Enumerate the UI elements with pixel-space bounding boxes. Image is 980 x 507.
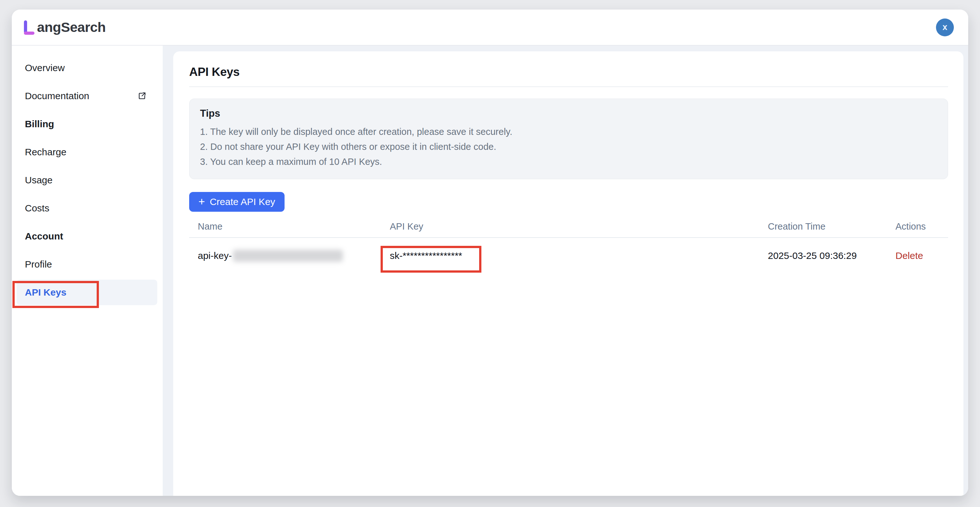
creation-time-cell: 2025-03-25 09:36:29: [759, 250, 887, 261]
page-title: API Keys: [189, 65, 948, 79]
sidebar-item-profile[interactable]: Profile: [12, 250, 163, 278]
avatar-letter: x: [942, 22, 947, 32]
table-row: api-key- sk-**************** 2025-03-25 …: [189, 238, 948, 273]
col-header-creation-time: Creation Time: [759, 221, 887, 232]
sidebar-item-documentation[interactable]: Documentation: [12, 82, 163, 110]
actions-cell: Delete: [887, 250, 948, 261]
app-window: angSearch x Overview Documentation: [12, 10, 968, 496]
create-api-key-button[interactable]: + Create API Key: [189, 192, 285, 212]
col-header-name: Name: [189, 221, 381, 232]
logo-l-icon: [24, 20, 35, 35]
user-avatar[interactable]: x: [936, 19, 954, 37]
tips-box: Tips 1. The key will only be displayed o…: [189, 99, 948, 179]
sidebar-item-costs[interactable]: Costs: [12, 194, 163, 222]
sidebar-section-billing: Billing: [12, 110, 163, 138]
sidebar-item-recharge[interactable]: Recharge: [12, 138, 163, 166]
top-header: angSearch x: [12, 10, 968, 46]
app-body: Overview Documentation Billing Recharge: [12, 46, 968, 496]
sidebar-section-account: Account: [12, 222, 163, 250]
masked-api-key: sk-****************: [390, 250, 462, 261]
api-key-value-cell: sk-****************: [381, 250, 759, 261]
tip-item: 2. Do not share your API Key with others…: [200, 139, 937, 154]
plus-icon: +: [199, 196, 205, 207]
sidebar: Overview Documentation Billing Recharge: [12, 46, 163, 496]
redacted-name-blur: [233, 250, 343, 262]
tips-title: Tips: [200, 108, 937, 119]
sidebar-item-usage[interactable]: Usage: [12, 166, 163, 194]
key-name-cell: api-key-: [189, 250, 381, 262]
external-link-icon: [138, 92, 146, 100]
tips-list: 1. The key will only be displayed once a…: [200, 124, 937, 169]
langsearch-logo: angSearch: [24, 20, 106, 35]
delete-button[interactable]: Delete: [896, 250, 923, 261]
logo-text: angSearch: [37, 20, 106, 35]
api-keys-table: Name API Key Creation Time Actions api-k…: [189, 216, 948, 273]
title-divider: [189, 86, 948, 87]
tip-item: 1. The key will only be displayed once a…: [200, 124, 937, 139]
col-header-api-key: API Key: [381, 221, 759, 232]
sidebar-item-api-keys[interactable]: API Keys: [17, 280, 157, 305]
api-keys-panel: API Keys Tips 1. The key will only be di…: [173, 51, 963, 496]
table-header-row: Name API Key Creation Time Actions: [189, 216, 948, 237]
tip-item: 3. You can keep a maximum of 10 API Keys…: [200, 154, 937, 169]
col-header-actions: Actions: [887, 221, 948, 232]
main-content-wrapper: API Keys Tips 1. The key will only be di…: [163, 46, 968, 496]
create-api-key-label: Create API Key: [210, 196, 275, 207]
sidebar-item-overview[interactable]: Overview: [12, 54, 163, 82]
